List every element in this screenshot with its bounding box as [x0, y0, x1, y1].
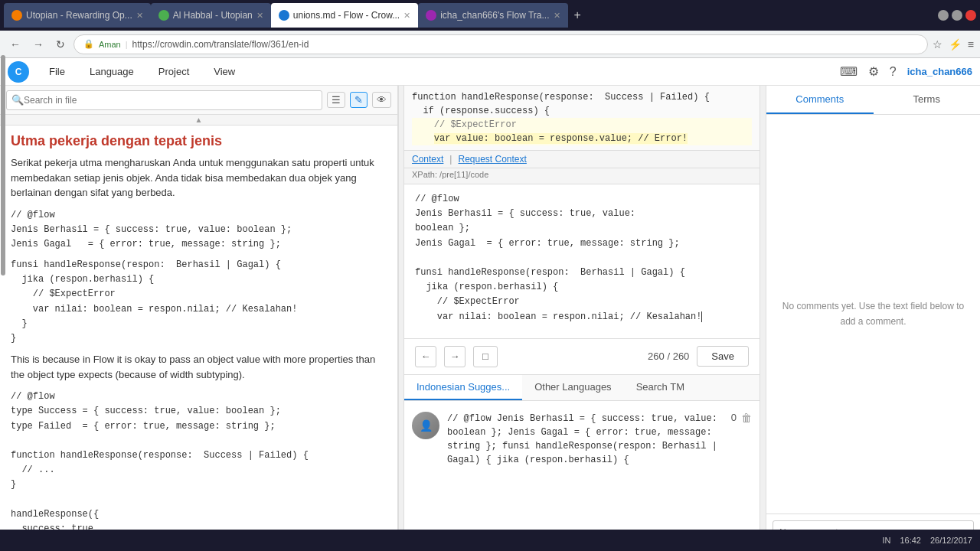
suggestions-tabs: Indonesian Sugges... Other Languages Sea… [404, 375, 760, 401]
source-code-3: // @flow type Success = { success: true,… [11, 390, 387, 540]
source-text-2: This is because in Flow it is okay to pa… [11, 352, 387, 382]
address-input[interactable]: 🔒 Aman | https://crowdin.com/translate/f… [74, 34, 928, 54]
request-context-link[interactable]: Request Context [458, 154, 526, 165]
secure-label: Aman [99, 40, 121, 49]
right-area: function handleResponse(response: Succes… [404, 86, 760, 551]
tabs-container: Utopian - Rewarding Op... ✕ Al Habbal - … [4, 0, 932, 31]
minimize-button[interactable] [938, 10, 949, 21]
tab-1-icon [11, 10, 22, 21]
code-context-panel: function handleResponse(response: Succes… [404, 86, 760, 151]
address-icons: ☆ ⚡ ≡ [933, 38, 974, 51]
bookmark-icon[interactable]: ☆ [933, 38, 942, 51]
address-url[interactable]: https://crowdin.com/translate/flow/361/e… [132, 39, 309, 50]
suggestion-avatar: 👤 [412, 412, 439, 439]
keyboard-icon[interactable]: ⌨ [840, 64, 858, 79]
tab-4-label: icha_chan666's Flow Tra... [440, 10, 549, 21]
menu-right: ⌨ ⚙ ? icha_chan666 [840, 64, 972, 79]
page-count: 260 / 260 [648, 350, 689, 362]
help-icon[interactable]: ? [890, 65, 897, 79]
user-name[interactable]: icha_chan666 [907, 66, 972, 77]
left-toolbar: 🔍 ☰ ✎ 👁 [0, 86, 397, 115]
tab-comments[interactable]: Comments [766, 86, 874, 114]
suggestion-item-1: 👤 // @flow Jenis Berhasil = { success: t… [412, 407, 752, 471]
save-button[interactable]: Save [697, 346, 749, 367]
tab-1-close[interactable]: ✕ [136, 11, 143, 21]
page-total: 260 [673, 350, 690, 362]
lang-indicator: IN [882, 536, 890, 545]
context-separator: | [449, 154, 452, 165]
close-button[interactable] [965, 10, 976, 21]
menu-icon[interactable]: ≡ [968, 38, 974, 51]
back-button[interactable]: ← [6, 37, 24, 52]
comments-body: No comments yet. Use the text field belo… [766, 115, 980, 514]
menu-language[interactable]: Language [85, 63, 139, 80]
translation-editor[interactable]: // @flow Jenis Berhasil = { success: tru… [404, 184, 760, 338]
tab-search-tm[interactable]: Search TM [624, 375, 697, 400]
panel-scroll-thumb [1, 55, 5, 276]
copy-source-button[interactable]: □ [473, 346, 498, 367]
search-input[interactable] [24, 95, 317, 106]
tab-2-label: Al Habbal - Utopian [173, 10, 253, 21]
code-line-4: var value: boolean = response.value; // … [412, 132, 752, 145]
tab-1[interactable]: Utopian - Rewarding Op... ✕ [4, 3, 151, 28]
tab-3-label: unions.md - Flow - Crow... [293, 10, 400, 21]
tab-1-label: Utopian - Rewarding Op... [26, 10, 132, 21]
left-content: Utma pekerja dengan tepat jenis Serikat … [0, 126, 397, 540]
xpath-text: XPath: /pre[11]/code [412, 170, 488, 179]
search-box[interactable]: 🔍 [6, 90, 322, 110]
right-scroll-indicator[interactable] [760, 86, 766, 551]
code-line-1: function handleResponse(response: Succes… [412, 90, 752, 104]
edit-button[interactable]: ✎ [350, 92, 368, 108]
address-separator: | [126, 40, 128, 49]
tab-4-close[interactable]: ✕ [554, 11, 560, 21]
extension-icon[interactable]: ⚡ [949, 38, 962, 51]
tab-3-close[interactable]: ✕ [403, 11, 410, 21]
menu-file[interactable]: File [44, 63, 70, 80]
browser-tabbar: Utopian - Rewarding Op... ✕ Al Habbal - … [0, 0, 980, 31]
preview-button[interactable]: 👁 [372, 92, 391, 108]
maximize-button[interactable] [952, 10, 962, 21]
scroll-up-indicator[interactable]: ▲ [0, 115, 397, 126]
xpath-bar: XPath: /pre[11]/code [404, 168, 760, 184]
suggestion-actions: 0 🗑 [731, 412, 752, 424]
context-bar: Context | Request Context [404, 151, 760, 168]
tab-4[interactable]: icha_chan666's Flow Tra... ✕ [418, 3, 567, 28]
panel-divider[interactable] [398, 86, 404, 551]
forward-button[interactable]: → [29, 37, 47, 52]
settings-icon[interactable]: ⚙ [868, 64, 879, 79]
context-link[interactable]: Context [412, 154, 443, 165]
menu-view[interactable]: View [209, 63, 240, 80]
tab-3[interactable]: unions.md - Flow - Crow... ✕ [271, 3, 418, 28]
list-view-button[interactable]: ☰ [327, 92, 345, 108]
text-cursor [701, 311, 702, 322]
no-comments-text: No comments yet. Use the text field belo… [782, 299, 965, 328]
tab-2[interactable]: Al Habbal - Utopian ✕ [151, 3, 271, 28]
main-layout: 🔍 ☰ ✎ 👁 ▲ Utma pekerja dengan tepat jeni… [0, 86, 980, 551]
delete-suggestion-button[interactable]: 🗑 [741, 412, 752, 424]
translation-toolbar: ← → □ 260 / 260 Save [404, 338, 760, 375]
window-controls [938, 10, 976, 21]
new-tab-button[interactable]: + [568, 8, 587, 22]
suggestion-text[interactable]: // @flow Jenis Berhasil = { success: tru… [447, 412, 724, 467]
next-translation-button[interactable]: → [444, 346, 466, 367]
tab-indonesian-suggestions[interactable]: Indonesian Sugges... [404, 375, 522, 400]
avatar-image: 👤 [412, 412, 439, 439]
search-icon: 🔍 [11, 94, 24, 106]
source-heading: Utma pekerja dengan tepat jenis [11, 133, 387, 149]
suggestions-content: 👤 // @flow Jenis Berhasil = { success: t… [404, 401, 760, 552]
left-panel: 🔍 ☰ ✎ 👁 ▲ Utma pekerja dengan tepat jeni… [0, 86, 398, 551]
translation-area: // @flow Jenis Berhasil = { success: tru… [404, 184, 760, 551]
source-code-2: funsi handleResponse(respon: Berhasil | … [11, 258, 387, 346]
menu-project[interactable]: Project [154, 63, 194, 80]
reload-button[interactable]: ↻ [52, 37, 69, 52]
time-display: 16:42 [900, 536, 921, 545]
page-current: 260 [648, 350, 665, 362]
secure-lock-icon: 🔒 [83, 39, 94, 49]
app-logo[interactable]: C [8, 61, 29, 83]
menu-bar: C File Language Project View ⌨ ⚙ ? icha_… [0, 58, 980, 86]
tab-other-languages[interactable]: Other Languages [522, 375, 623, 400]
prev-translation-button[interactable]: ← [415, 346, 436, 367]
tab-2-close[interactable]: ✕ [256, 11, 263, 21]
tab-terms[interactable]: Terms [874, 86, 981, 114]
comments-tabs: Comments Terms [766, 86, 980, 115]
